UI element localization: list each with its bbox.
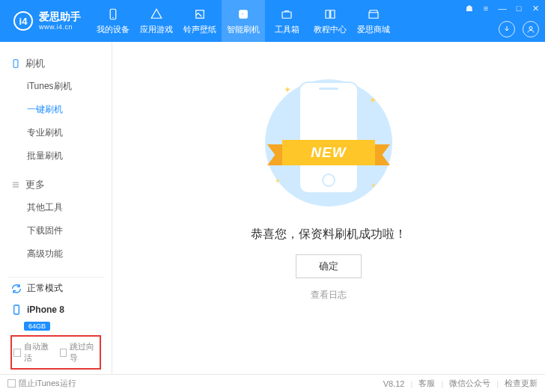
phone-icon [10, 304, 22, 316]
sidebar-section-flash: 刷机 [0, 52, 112, 75]
svg-rect-10 [14, 305, 19, 314]
support-link[interactable]: 客服 [418, 378, 435, 389]
menu-icon [10, 180, 21, 190]
nav-toolbox[interactable]: 工具箱 [265, 0, 308, 42]
main-content: ✦ ✦ ✦ ✦ NEW 恭喜您，保资料刷机成功啦！ 确定 查看日志 [112, 42, 545, 374]
brand-title: 爱思助手 [39, 10, 81, 23]
sidebar-item-oneclick-flash[interactable]: 一键刷机 [0, 98, 112, 121]
nav-label: 铃声壁纸 [183, 24, 216, 35]
section-title: 刷机 [25, 57, 45, 70]
nav-store[interactable]: 爱思商城 [352, 0, 395, 42]
nav-label: 智能刷机 [227, 24, 260, 35]
top-nav: 我的设备 应用游戏 铃声壁纸 智能刷机 工具箱 教程中心 爱思商城 [91, 0, 395, 42]
brand: i4 爱思助手 www.i4.cn [0, 10, 91, 31]
sidebar-item-pro-flash[interactable]: 专业刷机 [0, 121, 112, 144]
version-label: V8.12 [383, 379, 405, 388]
close-icon[interactable]: ✕ [530, 3, 541, 13]
device-mode[interactable]: 正常模式 [7, 277, 104, 299]
nav-tutorial[interactable]: 教程中心 [308, 0, 352, 42]
sidebar: 刷机 iTunes刷机 一键刷机 专业刷机 批量刷机 更多 其他工具 下载固件 … [0, 42, 112, 374]
skip-wizard-checkbox[interactable]: 跳过向导 [60, 341, 99, 364]
chk-label: 阻止iTunes运行 [19, 378, 76, 389]
minimize-icon[interactable]: — [497, 3, 508, 13]
phone-icon [106, 7, 120, 21]
auto-activate-checkbox[interactable]: 自动激活 [13, 341, 52, 364]
svg-rect-4 [282, 12, 291, 18]
footer: 阻止iTunes运行 V8.12 | 客服 | 微信公众号 | 检查更新 [0, 374, 545, 392]
nav-label: 爱思商城 [357, 24, 390, 35]
view-log-link[interactable]: 查看日志 [311, 289, 347, 301]
nav-flash[interactable]: 智能刷机 [222, 0, 265, 42]
sidebar-item-advanced[interactable]: 高级功能 [0, 242, 112, 266]
svg-rect-6 [13, 60, 18, 68]
user-button[interactable] [523, 21, 539, 37]
confirm-button[interactable]: 确定 [296, 254, 362, 278]
refresh-icon [10, 283, 22, 295]
success-message: 恭喜您，保资料刷机成功啦！ [251, 227, 407, 242]
download-button[interactable] [499, 21, 515, 37]
highlighted-options: 自动激活 跳过向导 [10, 335, 101, 370]
phone-icon [10, 58, 21, 69]
nav-label: 应用游戏 [140, 24, 173, 35]
menu-icon[interactable]: ≡ [481, 3, 491, 13]
brand-url: www.i4.cn [39, 23, 81, 31]
new-ribbon-icon: NEW [267, 134, 390, 168]
header-actions [499, 21, 539, 37]
book-icon [323, 7, 337, 21]
maximize-icon[interactable]: □ [514, 3, 524, 13]
chk-label: 自动激活 [24, 341, 52, 364]
success-illustration: ✦ ✦ ✦ ✦ NEW [261, 76, 396, 210]
chk-label: 跳过向导 [70, 341, 98, 364]
app-header: i4 爱思助手 www.i4.cn 我的设备 应用游戏 铃声壁纸 智能刷机 工具… [0, 0, 545, 42]
sidebar-section-more: 更多 [0, 174, 112, 196]
store-icon [367, 7, 380, 21]
nav-label: 我的设备 [97, 24, 130, 35]
storage-badge: 64GB [24, 322, 50, 331]
sidebar-item-download-fw[interactable]: 下载固件 [0, 219, 112, 242]
toolbox-icon [280, 7, 293, 21]
svg-point-5 [529, 27, 532, 30]
ribbon-text: NEW [282, 140, 375, 165]
mode-label: 正常模式 [27, 282, 63, 295]
sidebar-item-batch-flash[interactable]: 批量刷机 [0, 144, 112, 168]
shirt-icon[interactable]: ☗ [464, 3, 475, 13]
device-name: iPhone 8 [27, 304, 64, 315]
sidebar-item-itunes-flash[interactable]: iTunes刷机 [0, 75, 112, 98]
connected-device[interactable]: iPhone 8 [7, 299, 104, 320]
wallpaper-icon [193, 7, 207, 21]
nav-device[interactable]: 我的设备 [91, 0, 135, 42]
sidebar-item-other-tools[interactable]: 其他工具 [0, 196, 112, 219]
nav-label: 工具箱 [275, 24, 299, 35]
update-link[interactable]: 检查更新 [505, 378, 538, 389]
nav-label: 教程中心 [314, 24, 347, 35]
flash-icon [237, 7, 250, 21]
window-controls: ☗ ≡ — □ ✕ [464, 3, 541, 13]
wechat-link[interactable]: 微信公众号 [449, 378, 490, 389]
apps-icon [150, 7, 163, 21]
nav-ringtone[interactable]: 铃声壁纸 [178, 0, 222, 42]
block-itunes-checkbox[interactable]: 阻止iTunes运行 [7, 378, 76, 389]
nav-apps[interactable]: 应用游戏 [135, 0, 178, 42]
brand-logo-icon: i4 [13, 11, 33, 31]
section-title: 更多 [25, 178, 45, 192]
